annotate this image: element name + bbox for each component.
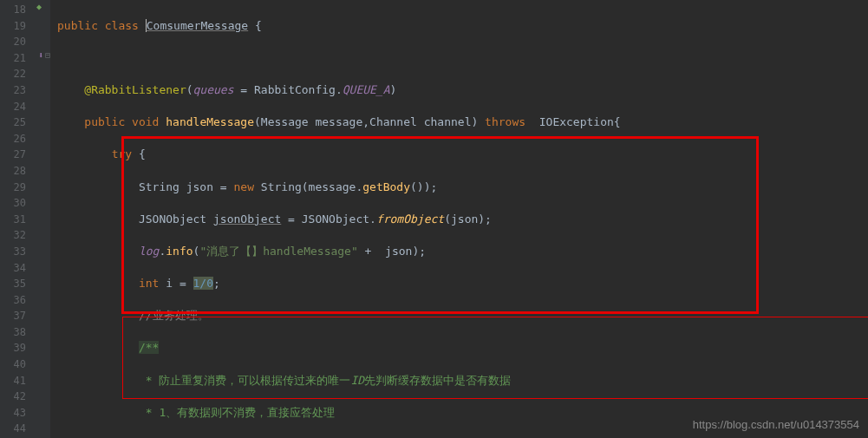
line-number: 40 (0, 356, 26, 373)
line-number: 36 (0, 292, 26, 309)
line-number: 42 (0, 389, 26, 405)
line-number: 39 (0, 340, 26, 356)
line-number: 32 (0, 227, 26, 244)
line-number-gutter: 1819202122232425262728293031323334353637… (0, 0, 35, 438)
doc-comment: * 防止重复消费，可以根据传过来的唯一 (139, 374, 350, 387)
type: String (139, 180, 186, 193)
line-number: 24 (0, 99, 26, 115)
paren: ) (390, 83, 397, 96)
keyword-try: try (112, 147, 132, 160)
doc-comment-start: /** (139, 341, 159, 354)
line-number: 27 (0, 147, 26, 163)
method-call: getBody (362, 180, 410, 193)
code-editor[interactable]: 1819202122232425262728293031323334353637… (0, 0, 868, 438)
brace: { (132, 147, 146, 160)
keyword-class: class (105, 19, 139, 32)
rest: ()); (410, 180, 437, 193)
class-marker-icon: ◆ (36, 2, 42, 11)
doc-id: ID (350, 374, 364, 387)
line-number: 37 (0, 308, 26, 324)
keyword-void: void (132, 115, 159, 128)
keyword-public: public (57, 19, 98, 32)
string-literal: "消息了【】handleMessage" (199, 245, 357, 258)
eq: = JSONObject. (281, 212, 376, 226)
gutter-icons-column: ◆ ⬇ ⊟ (35, 0, 50, 438)
annotation: @RabbitListener (84, 83, 186, 96)
line-number: 23 (0, 82, 26, 99)
open-brace: { (255, 19, 262, 32)
line-number: 33 (0, 244, 26, 260)
static-field: QUEUE_A (343, 83, 390, 96)
ctor: String(message. (254, 180, 362, 193)
line-number: 35 (0, 276, 26, 292)
semi: ; (213, 277, 220, 290)
line-number: 30 (0, 195, 26, 212)
line-number: 29 (0, 180, 26, 196)
line-number: 31 (0, 212, 26, 228)
var: i = (159, 277, 193, 290)
line-number: 38 (0, 324, 26, 341)
watermark-text: https://blog.csdn.net/u014373554 (693, 418, 859, 431)
line-number: 28 (0, 163, 26, 180)
class-name: ComsumerMessage (147, 19, 248, 32)
exception: IOException{ (525, 115, 621, 128)
annotation-param: queues (193, 83, 234, 96)
line-number: 25 (0, 114, 26, 131)
keyword-throws: throws (485, 115, 525, 128)
class-ref: RabbitConfig. (254, 83, 343, 96)
paren: ( (186, 83, 193, 96)
var: json = (186, 180, 234, 193)
line-number: 18 (0, 2, 26, 18)
log-var: log (139, 245, 159, 258)
plus: + json); (358, 245, 426, 258)
line-comment: //业务处理。 (139, 309, 209, 322)
rest: (json); (444, 212, 492, 226)
keyword-public: public (84, 115, 125, 128)
line-number: 34 (0, 260, 26, 277)
line-number: 43 (0, 405, 26, 422)
doc-comment: 先判断缓存数据中是否有数据 (364, 374, 511, 387)
keyword-new: new (234, 180, 254, 193)
keyword-int: int (139, 277, 159, 290)
static-method: fromObject (376, 212, 444, 226)
var: jsonObject (213, 212, 281, 226)
override-icon[interactable]: ⬇ (38, 50, 43, 60)
line-number: 21 (0, 50, 26, 67)
line-number: 41 (0, 373, 26, 389)
doc-comment: * 1、有数据则不消费，直接应答处理 (139, 406, 335, 419)
line-number: 19 (0, 18, 26, 35)
code-area[interactable]: public class ComsumerMessage { @RabbitLi… (50, 0, 868, 438)
type: JSONObject (139, 212, 213, 226)
eq: = (234, 83, 254, 96)
line-number: 20 (0, 34, 26, 50)
number-expr: 1/0 (193, 277, 213, 290)
method-name: handleMessage (166, 115, 254, 128)
line-number: 26 (0, 131, 26, 147)
line-number: 44 (0, 421, 26, 437)
params: (Message message,Channel channel) (254, 115, 478, 128)
line-number: 22 (0, 66, 26, 82)
method-call: info (166, 245, 193, 258)
